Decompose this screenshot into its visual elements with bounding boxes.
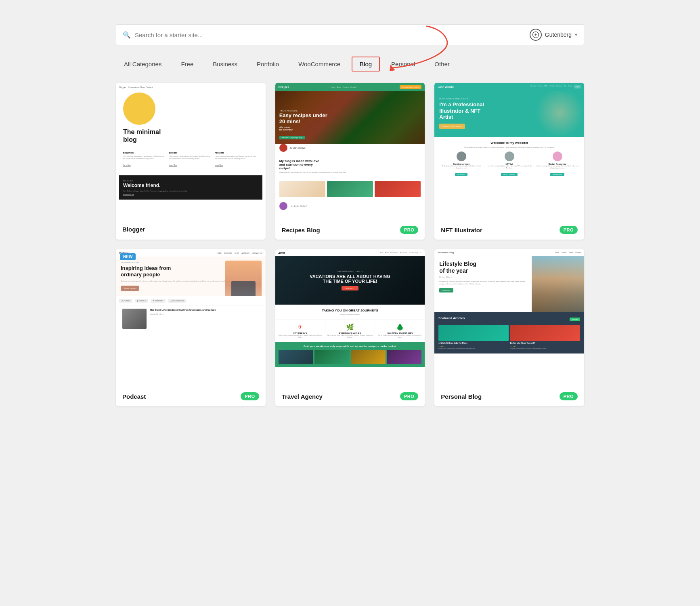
recipes-hero: THIS IS AN ONLINE Easy recipes under20 m… (275, 91, 425, 144)
card-footer-podcast: Podcast PRO (116, 387, 266, 406)
podcast-hero-area: THE INSPIRED PODCAST Inspiring ideas fro… (116, 257, 266, 296)
card-travel-agency[interactable]: Zelie Tours About Destinations Restauran… (275, 249, 425, 406)
card-blogger[interactable]: Blogger Home About News Contact The mini… (116, 83, 266, 240)
blogger-bottom: BLOGGER Welcome friend. I am Joshua, a b… (119, 175, 262, 200)
travel-middle: TAKING YOU ON GREAT JOURNEYS Find your d… (275, 305, 425, 320)
personal-featured: Featured Articles View all 13 Work At Ho… (434, 312, 584, 354)
card-preview-recipes: Recipes Home About Recipes Contact ▼ Dow… (275, 83, 425, 220)
recipes-photos (275, 181, 425, 200)
card-podcast[interactable]: NEW Podcast HOME EPISODES SHOP ARTICLES … (116, 249, 266, 406)
podcast-bottom: 🎵 ITUNES ▶ GOOGLE 🎙 PODBEAN ☁ SOUNDCLOUD… (116, 296, 266, 335)
card-nft-illustrator[interactable]: Jane Austin Hi About Services NFTs ▼ Por… (434, 83, 584, 240)
card-preview-nft: Jane Austin Hi About Services NFTs ▼ Por… (434, 83, 584, 220)
badge-new-podcast: NEW (120, 253, 136, 260)
category-business[interactable]: Business (205, 57, 245, 72)
card-preview-blogger: Blogger Home About News Contact The mini… (116, 83, 266, 220)
card-footer-blogger: Blogger (116, 220, 266, 238)
nft-header: Jane Austin Hi About Services NFTs ▼ Por… (434, 83, 584, 91)
personal-hero-img (532, 256, 584, 312)
podcast-nav: Podcast HOME EPISODES SHOP ARTICLES CONT… (116, 249, 266, 257)
gutenberg-logo (530, 29, 542, 41)
card-title-recipes: Recipes Blog (282, 227, 320, 234)
card-footer-travel: Travel Agency PRO (275, 387, 425, 406)
category-free[interactable]: Free (173, 57, 201, 72)
card-footer-nft: NFT Illustrator PRO (434, 220, 584, 240)
personal-hero: Lifestyle Blogof the year By Jane Willia… (434, 256, 584, 312)
card-title-nft: NFT Illustrator (441, 227, 482, 234)
badge-pro-podcast: PRO (241, 392, 259, 400)
card-title-podcast: Podcast (122, 393, 146, 400)
card-footer-recipes: Recipes Blog PRO (275, 220, 425, 240)
blogger-circle (123, 93, 155, 125)
card-title-personal: Personal Blog (441, 393, 482, 400)
blogger-cols: Blog Posts I am a fashion photographer a… (119, 147, 262, 171)
card-title-blogger: Blogger (122, 226, 145, 233)
category-portfolio[interactable]: Portfolio (249, 57, 287, 72)
main-container: 🔍 Gutenberg ▾ All Categories Free Busine… (116, 24, 584, 406)
recipes-middle: My blog is made with loveand attention t… (275, 155, 425, 178)
travel-nav: Zelie Tours About Destinations Restauran… (275, 249, 425, 256)
card-preview-podcast: Podcast HOME EPISODES SHOP ARTICLES CONT… (116, 249, 266, 387)
recipes-header: Recipes Home About Recipes Contact ▼ Dow… (275, 83, 425, 91)
card-preview-travel: Zelie Tours About Destinations Restauran… (275, 249, 425, 387)
blogger-nav: Blogger Home About News Contact (119, 86, 262, 88)
blogger-headline: The minimalblog (119, 128, 262, 143)
badge-pro-travel: PRO (400, 392, 418, 400)
card-title-travel: Travel Agency (282, 393, 323, 400)
badge-pro-nft: PRO (560, 226, 578, 234)
nft-service-cards: Creative services My illustrations have … (438, 152, 580, 177)
recipes-author: By Ellen Andrews (275, 144, 425, 155)
category-all[interactable]: All Categories (116, 57, 170, 72)
nft-hero: HI, MY NAME IS JANE AUSTIN I'm a Profess… (434, 91, 584, 137)
travel-features: ✈ CITY BREAKS For the first city breaks … (275, 320, 425, 342)
card-recipes-blog[interactable]: Recipes Home About Recipes Contact ▼ Dow… (275, 83, 425, 240)
nft-white-section: Welcome to my website! My illustrations … (434, 137, 584, 181)
card-personal-blog[interactable]: Personal Blog Home Stories News Contact … (434, 249, 584, 406)
badge-pro-recipes: PRO (400, 226, 418, 234)
search-icon: 🔍 (123, 31, 131, 39)
personal-nav: Personal Blog Home Stories News Contact (434, 249, 584, 256)
templates-grid: Blogger Home About News Contact The mini… (116, 83, 584, 406)
gutenberg-label: Gutenberg (545, 32, 572, 38)
blogger-col-1: Blog Posts I am a fashion photographer a… (123, 152, 167, 167)
travel-bottom: Grab your vacation as early as possible … (275, 342, 425, 367)
gutenberg-selector[interactable]: Gutenberg ▾ (523, 29, 577, 41)
arrow-svg (314, 24, 455, 77)
blogger-col-2: Services I am a fashion photographer and… (169, 152, 213, 167)
blogger-col-3: About me I am a fashion photographer and… (215, 152, 258, 167)
card-preview-personal: Personal Blog Home Stories News Contact … (434, 249, 584, 387)
card-footer-personal: Personal Blog PRO (434, 387, 584, 406)
travel-hero: ZAR travel agency — Aug 15 VACATIONS ARE… (275, 256, 425, 305)
badge-pro-personal: PRO (560, 392, 578, 400)
chevron-down-icon: ▾ (575, 32, 577, 38)
